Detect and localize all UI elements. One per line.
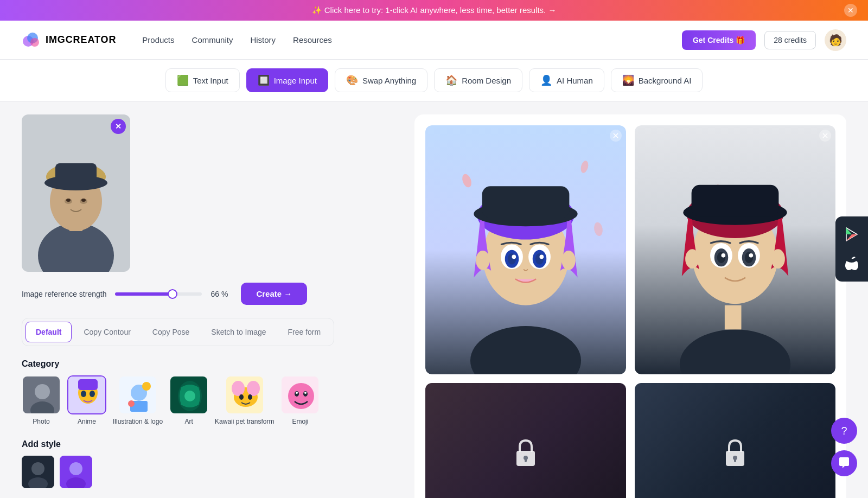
- svg-rect-78: [725, 305, 742, 330]
- close-banner-button[interactable]: ✕: [844, 4, 857, 17]
- avatar[interactable]: 🧑: [825, 29, 846, 51]
- bottom-right-buttons: ?: [831, 418, 857, 476]
- mode-selector: Default Copy Contour Copy Pose Sketch to…: [22, 318, 334, 346]
- svg-rect-74: [482, 186, 570, 218]
- nav-products[interactable]: Products: [142, 35, 174, 44]
- play-store-button[interactable]: [840, 221, 864, 248]
- result-image-1: [425, 125, 626, 374]
- category-art[interactable]: Art: [169, 375, 208, 426]
- svg-point-51: [69, 462, 82, 475]
- svg-point-45: [296, 392, 298, 394]
- svg-point-37: [232, 381, 245, 396]
- room-design-icon: 🏠: [445, 74, 457, 86]
- category-anime[interactable]: Anime: [67, 375, 106, 426]
- mode-copy-pose[interactable]: Copy Pose: [143, 322, 199, 342]
- swap-anything-icon: 🎨: [346, 74, 358, 86]
- tab-swap-anything[interactable]: 🎨 Swap Anything: [335, 68, 427, 92]
- svg-point-87: [771, 249, 785, 269]
- get-credits-button[interactable]: Get Credits 🎁: [682, 30, 756, 50]
- category-kawaii-label: Kawaii pet transform: [215, 418, 274, 426]
- svg-point-42: [288, 383, 314, 409]
- category-kawaii-thumb: [225, 375, 264, 414]
- tab-ai-human-label: AI Human: [557, 76, 593, 85]
- category-grid: Photo Anime: [22, 375, 401, 426]
- svg-rect-24: [78, 379, 98, 390]
- result-item-2[interactable]: [635, 125, 835, 374]
- svg-point-31: [128, 400, 135, 407]
- category-illustration[interactable]: Illustration & logo: [113, 375, 163, 426]
- tab-background-ai[interactable]: 🌄 Background AI: [611, 68, 703, 92]
- svg-rect-14: [55, 163, 97, 186]
- svg-point-18: [81, 199, 86, 202]
- result-item-3[interactable]: [425, 383, 626, 498]
- image-input-icon: 🔲: [258, 74, 270, 86]
- slider-thumb[interactable]: [168, 289, 177, 299]
- category-kawaii[interactable]: Kawaii pet transform: [215, 375, 274, 426]
- result-2-container: [635, 125, 835, 374]
- mode-sketch-to-image[interactable]: Sketch to Image: [201, 322, 276, 342]
- category-illustration-label: Illustration & logo: [113, 418, 163, 426]
- svg-point-39: [239, 394, 244, 400]
- svg-marker-104: [846, 228, 852, 234]
- svg-point-94: [721, 253, 725, 258]
- svg-point-25: [81, 391, 86, 397]
- svg-point-64: [561, 251, 576, 270]
- svg-point-30: [142, 382, 151, 391]
- category-anime-label: Anime: [78, 418, 96, 426]
- result-item-4[interactable]: [635, 383, 835, 498]
- left-panel: ✕ Image reference strength 66 % Create →…: [22, 114, 401, 498]
- result-3-locked: [425, 383, 626, 498]
- result-item-1[interactable]: [425, 125, 626, 374]
- help-button[interactable]: ?: [831, 418, 857, 444]
- nav-links: Products Community History Resources: [142, 35, 682, 44]
- tab-background-ai-label: Background AI: [639, 76, 692, 85]
- category-anime-thumb: [67, 375, 106, 414]
- tab-room-design-label: Room Design: [462, 76, 511, 85]
- top-banner[interactable]: ✨ Click here to try: 1-click AI anywhere…: [0, 0, 868, 21]
- svg-point-38: [247, 381, 260, 396]
- remove-image-button[interactable]: ✕: [111, 119, 126, 134]
- svg-point-40: [248, 394, 252, 400]
- lock-icon-3: [512, 437, 539, 470]
- result-1-corner: [610, 130, 622, 144]
- category-art-label: Art: [184, 418, 193, 426]
- svg-rect-85: [692, 185, 779, 217]
- svg-point-95: [749, 253, 754, 258]
- tab-room-design[interactable]: 🏠 Room Design: [434, 68, 522, 92]
- category-illustration-thumb: [118, 375, 157, 414]
- tab-ai-human[interactable]: 👤 AI Human: [529, 68, 604, 92]
- tab-text-input[interactable]: 🟩 Text Input: [165, 68, 240, 92]
- logo[interactable]: IMGCREATOR: [22, 30, 116, 50]
- apple-store-button[interactable]: [840, 250, 864, 277]
- create-button[interactable]: Create →: [241, 283, 307, 305]
- svg-point-34: [184, 391, 195, 401]
- nav-community[interactable]: Community: [192, 35, 233, 44]
- category-emoji[interactable]: Emoji: [280, 375, 320, 426]
- result-2-corner: [819, 130, 831, 144]
- slider-fill: [115, 292, 173, 296]
- svg-rect-102: [734, 458, 736, 462]
- slider-track[interactable]: [115, 292, 202, 296]
- nav-resources[interactable]: Resources: [293, 35, 332, 44]
- slider-value: 66 %: [210, 290, 232, 298]
- svg-point-46: [304, 392, 307, 394]
- style-thumb-2[interactable]: [60, 456, 92, 488]
- logo-icon: [22, 30, 41, 50]
- slider-section: Image reference strength 66 % Create →: [22, 283, 401, 305]
- mode-default[interactable]: Default: [25, 322, 72, 342]
- svg-point-63: [476, 251, 490, 270]
- header-right: Get Credits 🎁 28 credits 🧑: [682, 29, 846, 51]
- add-style-label: Add style: [22, 439, 401, 449]
- nav-history[interactable]: History: [250, 35, 276, 44]
- lock-icon-4: [722, 437, 749, 470]
- tab-image-input[interactable]: 🔲 Image Input: [246, 68, 328, 92]
- chat-button[interactable]: [831, 450, 857, 476]
- mode-free-form[interactable]: Free form: [278, 322, 331, 342]
- style-thumb-1[interactable]: [22, 456, 54, 488]
- svg-point-71: [512, 255, 516, 259]
- mode-copy-contour[interactable]: Copy Contour: [74, 322, 140, 342]
- category-photo[interactable]: Photo: [22, 375, 61, 426]
- uploaded-image: [22, 114, 130, 272]
- image-upload-area[interactable]: ✕: [22, 114, 130, 272]
- header: IMGCREATOR Products Community History Re…: [0, 21, 868, 60]
